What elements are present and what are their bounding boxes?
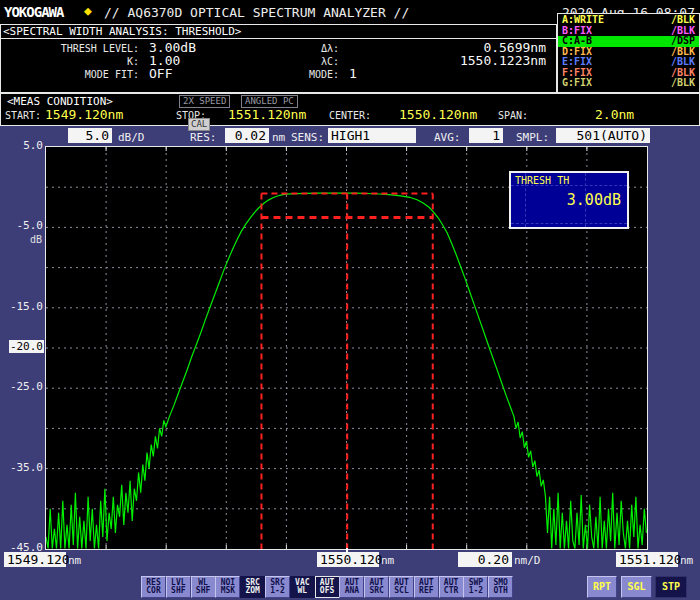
analysis-title: <SPECTRAL WIDTH ANALYSIS: THRESHOLD> — [3, 25, 241, 38]
cal-badge: CAL — [188, 118, 210, 131]
x-start-unit: nm — [68, 554, 81, 567]
trace-status: /DSP — [671, 36, 695, 46]
softkey-noi-msk[interactable]: NOI MSK — [215, 576, 240, 598]
meas-condition-bar: <MEAS CONDITION> 2X SPEEDANGLED PC START… — [0, 93, 700, 126]
x-center-unit: nm — [381, 554, 394, 567]
softkey-aut-ana[interactable]: AUT ANA — [339, 576, 364, 598]
trace-row-a[interactable]: A:WRITE/BLK — [558, 15, 699, 26]
level-scale-unit: dB/D — [118, 131, 145, 144]
softkey-swp-1-2[interactable]: SWP 1-2 — [463, 576, 488, 598]
smpl-label: SMPL: — [516, 131, 549, 144]
logo-diamond-icon: ◆ — [84, 3, 92, 18]
level-scale-value: 5.0 — [68, 128, 112, 143]
trace-status: /BLK — [671, 26, 695, 36]
sweep-button-sgl[interactable]: SGL — [621, 576, 652, 598]
meas-badge: 2X SPEED — [179, 95, 230, 108]
yokogawa-logo: YOKOGAWA — [4, 4, 63, 20]
y-axis-label: 5.0 — [0, 139, 44, 152]
x-start-value: 1549.120 — [4, 552, 66, 567]
sweep-button-stp[interactable]: STP — [655, 576, 687, 598]
y-axis-label: -35.0 — [0, 461, 44, 474]
x-axis: 1549.120 nm 1550.120 nm 0.20 nm/D 1551.1… — [0, 551, 700, 571]
thresh-box-title: THRESH TH — [515, 175, 569, 186]
softkey-src-zom[interactable]: SRC ZOM — [240, 576, 265, 598]
y-axis-ref-level-label: -20.0 — [0, 340, 44, 353]
trace-row-c[interactable]: C:A-B/DSP — [558, 36, 699, 47]
x-axis-center-tick — [346, 548, 348, 553]
y-axis-label: -15.0 — [0, 300, 44, 313]
analysis-field-label: MODE: — [291, 69, 339, 80]
settings-row: 5.0 dB/D CAL RES: 0.02 nm SENS: HIGH1 AV… — [0, 127, 700, 148]
trace-status: /BLK — [671, 78, 695, 88]
trace-status: /BLK — [671, 47, 695, 57]
softkey-aut-ctr[interactable]: AUT CTR — [439, 576, 464, 598]
softkey-vac-wl[interactable]: VAC WL — [290, 576, 315, 598]
x-scale-value: 0.20 — [458, 552, 512, 567]
sens-value: HIGH1 — [328, 128, 416, 143]
trace-row-g[interactable]: G:FIX/BLK — [558, 78, 699, 89]
softkey-smo-oth[interactable]: SMO OTH — [488, 576, 513, 598]
analysis-field-value: 1 — [349, 66, 357, 81]
sens-label: SENS: — [291, 131, 324, 144]
meas-field-label: SPAN: — [498, 110, 528, 121]
trace-status: /BLK — [671, 57, 695, 67]
res-label: RES: — [190, 131, 217, 144]
softkey-aut-src[interactable]: AUT SRC — [364, 576, 389, 598]
trace-name: A:WRITE — [562, 15, 604, 25]
analysis-field-label: λC: — [291, 56, 339, 67]
softkey-wl-shf[interactable]: WL SHF — [191, 576, 216, 598]
trace-row-e[interactable]: E:FIX/BLK — [558, 57, 699, 68]
analysis-field-label: THRESH LEVEL: — [11, 43, 139, 54]
meas-field-label: CENTER: — [329, 110, 371, 121]
softkey-src-1-2[interactable]: SRC 1-2 — [265, 576, 290, 598]
smpl-value: 501(AUTO) — [556, 128, 650, 143]
softkey-aut-scl[interactable]: AUT SCL — [389, 576, 414, 598]
softkey-toolbar: RES CORLVL SHFWL SHFNOI MSKSRC ZOMSRC 1-… — [0, 576, 700, 598]
x-stop-value: 1551.120 — [616, 552, 678, 567]
softkey-aut-ref[interactable]: AUT REF — [414, 576, 439, 598]
analysis-field-label: K: — [11, 56, 139, 67]
res-unit: nm — [272, 131, 285, 144]
softkey-res-cor[interactable]: RES COR — [141, 576, 166, 598]
trace-name: D:FIX — [562, 47, 592, 57]
analysis-panel: <SPECTRAL WIDTH ANALYSIS: THRESHOLD> THR… — [0, 24, 557, 93]
res-value: 0.02 — [225, 128, 269, 143]
avg-value: 1 — [469, 128, 503, 143]
spectrum-plot: THRESH TH 3.00dB — [45, 146, 648, 550]
softkey-lvl-shf[interactable]: LVL SHF — [166, 576, 191, 598]
y-axis-label: -5.0 — [0, 219, 44, 232]
meas-field-value: 1550.120nm — [399, 107, 477, 122]
trace-panel: A:WRITE/BLKB:FIX/BLKC:A-B/DSPD:FIX/BLKE:… — [557, 13, 700, 93]
trace-name: C:A-B — [562, 36, 592, 46]
trace-name: F:FIX — [562, 68, 592, 78]
meas-field-value: 1549.120nm — [45, 107, 123, 122]
y-axis-label: -25.0 — [0, 380, 44, 393]
thresh-box-gridline — [511, 223, 627, 224]
thresh-marker-box: THRESH TH 3.00dB — [509, 171, 629, 229]
sweep-button-rpt[interactable]: RPT — [587, 576, 617, 598]
meas-field-label: START: — [5, 110, 41, 121]
y-axis-unit: dB — [30, 234, 42, 245]
meas-field-value: 1551.120nm — [228, 107, 306, 122]
analysis-field-value: OFF — [149, 66, 172, 81]
osa-screen: YOKOGAWA ◆ // AQ6370D OPTICAL SPECTRUM A… — [0, 0, 700, 600]
trace-name: G:FIX — [562, 78, 592, 88]
analysis-field-label: Δλ: — [291, 43, 339, 54]
x-center-value: 1550.120 — [317, 552, 379, 567]
analysis-divider — [1, 38, 556, 39]
trace-status: /BLK — [671, 15, 695, 25]
meas-field-value: 2.0nm — [595, 107, 634, 122]
x-stop-unit: nm — [680, 554, 693, 567]
trace-name: B:FIX — [562, 26, 592, 36]
trace-name: E:FIX — [562, 57, 592, 67]
thresh-box-value: 3.00dB — [567, 191, 621, 209]
softkey-aut-ofs[interactable]: AUT OFS — [315, 576, 340, 598]
avg-label: AVG: — [434, 131, 461, 144]
analysis-field-label: MODE FIT: — [11, 69, 139, 80]
x-scale-unit: nm/D — [514, 554, 541, 567]
instrument-title: // AQ6370D OPTICAL SPECTRUM ANALYZER // — [104, 5, 409, 20]
trace-status: /BLK — [671, 68, 695, 78]
analysis-field-value: 1550.1223nm — [346, 53, 546, 68]
